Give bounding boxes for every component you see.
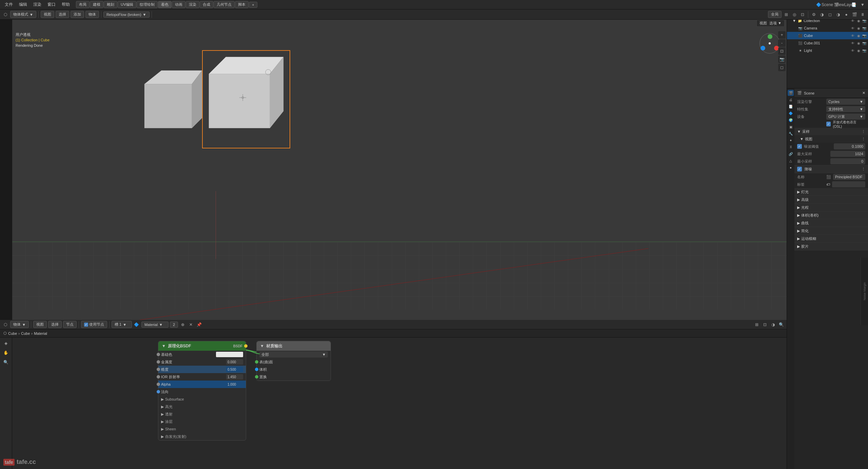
tab-compositing[interactable]: 合成 [200, 1, 213, 8]
snap-icon[interactable]: ⊞ [783, 11, 790, 18]
viewport-shading-wire[interactable]: ◻ [827, 11, 833, 18]
viewport-shading-render[interactable]: 🎬 [851, 11, 858, 18]
simplify-header[interactable]: ▶ 简化 [794, 227, 868, 234]
cam-sel-icon[interactable]: ◉ [856, 26, 861, 30]
metallic-value[interactable]: 0.000 [226, 359, 243, 365]
film-header[interactable]: ▶ 胶片 [794, 243, 868, 250]
cube-left[interactable] [134, 64, 202, 142]
perspective-btn[interactable]: ◻ [778, 64, 786, 71]
tab-texture-paint[interactable]: 纹理绘制 [137, 1, 158, 8]
cube-vis-icon[interactable]: 👁 [850, 33, 855, 38]
ne-pin-icon[interactable]: 📌 [196, 321, 202, 328]
object-menu[interactable]: 物体 [85, 11, 99, 18]
device-dropdown[interactable]: GPU 计算 ▼ [826, 114, 865, 120]
cube001-sel-icon[interactable]: ◉ [856, 41, 861, 45]
tab-layout[interactable]: 布局 [76, 1, 90, 8]
props-particles-icon[interactable]: ✦ [788, 137, 794, 143]
sampling-options-icon[interactable]: ⋮ [862, 129, 865, 134]
menu-window[interactable]: 窗口 [45, 1, 58, 8]
coat-group[interactable]: ▶ 涂层 [158, 418, 246, 425]
rays-header[interactable]: ▶ 光程 [794, 204, 868, 211]
ne-copy-icon[interactable]: ⊕ [179, 321, 186, 328]
viewport-sub-options[interactable]: ⋮ [862, 137, 865, 141]
ior-value[interactable]: 1.450 [226, 374, 243, 380]
props-constraints-icon[interactable]: 🔗 [788, 151, 794, 157]
view-menu[interactable]: 视图 [41, 11, 54, 18]
denoising-options-icon[interactable]: ⋮ [862, 167, 865, 171]
proportional-edit-icon[interactable]: ◎ [791, 11, 798, 18]
tab-sculpt[interactable]: 雕刻 [104, 1, 117, 8]
base-color-value[interactable] [216, 352, 243, 357]
feature-set-dropdown[interactable]: 支持特性 ▼ [826, 106, 865, 112]
light-header[interactable]: ▶ 灯光 [794, 188, 868, 196]
add-menu[interactable]: 添加 [71, 11, 84, 18]
editor-type-icon[interactable]: ⬡ [2, 11, 9, 18]
view-layer-select[interactable]: ViewLayer [842, 1, 848, 8]
bsdf-output-socket[interactable] [244, 344, 248, 348]
node-name-value[interactable]: Principled BSDF [833, 174, 865, 180]
ne-zoom-icon[interactable]: 🔍 [778, 321, 785, 328]
viewport-shading-material[interactable]: ● [843, 11, 850, 18]
viewport-sub-header[interactable]: ▼ 视图 ⋮ [794, 135, 868, 143]
menu-file[interactable]: 文件 [2, 1, 16, 8]
tab-modeling[interactable]: 建模 [90, 1, 103, 8]
denoising-header[interactable]: ✓ 降噪 ⋮ [794, 165, 868, 173]
outliner-item-camera[interactable]: 📷 Camera 👁 ◉ 📷 [787, 24, 868, 32]
camera-view-btn[interactable]: 📷 [778, 56, 786, 63]
outliner-item-cube001[interactable]: ⬛ Cube.001 👁 ◉ 📷 [787, 39, 868, 47]
props-modifier-icon[interactable]: 🔧 [788, 130, 794, 137]
ne-zoom-tool[interactable]: 🔍 [2, 358, 11, 367]
snap-icon2[interactable]: ⊡ [799, 11, 806, 18]
global-transform[interactable]: 全局 [768, 11, 782, 18]
tab-scripting[interactable]: 脚本 [235, 1, 249, 8]
cube-right[interactable] [202, 50, 290, 148]
render-engine-dropdown[interactable]: Cycles ▼ [826, 99, 865, 105]
alpha-value[interactable]: 1.000 [226, 382, 243, 387]
select-menu[interactable]: 选择 [56, 11, 69, 18]
transmission-group[interactable]: ▶ 透射 [158, 410, 246, 418]
scene-select[interactable]: Scene [824, 1, 831, 8]
props-object-icon[interactable]: ▣ [788, 124, 794, 130]
tab-uv[interactable]: UV编辑 [118, 1, 136, 8]
base-color-socket[interactable] [157, 353, 160, 356]
curves-header[interactable]: ▶ 曲线 [794, 219, 868, 227]
props-scene-icon[interactable]: 🔷 [788, 110, 794, 116]
noise-threshold-checkbox[interactable]: ✓ [797, 144, 802, 149]
material-output-node[interactable]: ▼ 材质输出 全部 ▼ 表(曲)面 体积 [256, 341, 331, 381]
viewport-shading-solid[interactable]: ◑ [835, 11, 842, 18]
subsurface-group[interactable]: ▶ Subsurface [158, 395, 246, 403]
breadcrumb-material[interactable]: Material [34, 331, 47, 335]
props-output-icon[interactable]: 🖨 [788, 97, 794, 103]
osl-checkbox[interactable]: ✓ [826, 122, 831, 126]
tab-animation[interactable]: 动画 [172, 1, 185, 8]
select-panel[interactable]: 视图 选项 ▼ [756, 20, 785, 27]
sampling-header[interactable]: ▼ 采样 ⋮ [794, 128, 868, 135]
ne-hand-tool[interactable]: ✋ [2, 348, 11, 357]
outliner-item-light[interactable]: ☀ Light 👁 ◉ 📷 [787, 47, 868, 54]
sheen-group[interactable]: ▶ Sheen [158, 425, 246, 433]
filter-icon[interactable]: ▼ [859, 1, 866, 8]
zoom-out-btn[interactable]: - [778, 39, 786, 47]
denoising-checkbox[interactable]: ✓ [797, 167, 802, 171]
light-vis-icon[interactable]: 👁 [850, 48, 855, 53]
props-world-icon[interactable]: 🌍 [788, 117, 794, 123]
noise-threshold-value[interactable]: 0.1000 [834, 143, 866, 149]
normal-socket[interactable] [157, 390, 160, 393]
surface-input-socket[interactable] [255, 360, 258, 364]
cube001-vis-icon[interactable]: 👁 [850, 41, 855, 45]
advanced-header[interactable]: ▶ 高级 [794, 196, 868, 203]
tab-add[interactable]: + [249, 2, 257, 8]
cam-render-icon[interactable]: 📷 [862, 26, 867, 30]
menu-help[interactable]: 帮助 [59, 1, 73, 8]
ne-type-icon[interactable]: ⬡ [2, 321, 9, 328]
ne-slot-icon[interactable]: 🔷 [133, 321, 140, 328]
zoom-extents-btn[interactable]: ⊡ [778, 47, 786, 55]
tab-shading[interactable]: 着色 [158, 1, 172, 8]
cube001-render-icon[interactable]: 📷 [862, 41, 867, 45]
mode-dropdown[interactable]: 物体模式 ▼ [10, 11, 36, 18]
motion-blur-header[interactable]: ▶ 运动模糊 [794, 235, 868, 242]
alpha-socket[interactable] [157, 383, 160, 386]
cube-sel-icon[interactable]: ◉ [856, 33, 861, 38]
node-label-value[interactable] [832, 181, 865, 187]
ne-view-btn[interactable]: 视图 [33, 321, 47, 328]
